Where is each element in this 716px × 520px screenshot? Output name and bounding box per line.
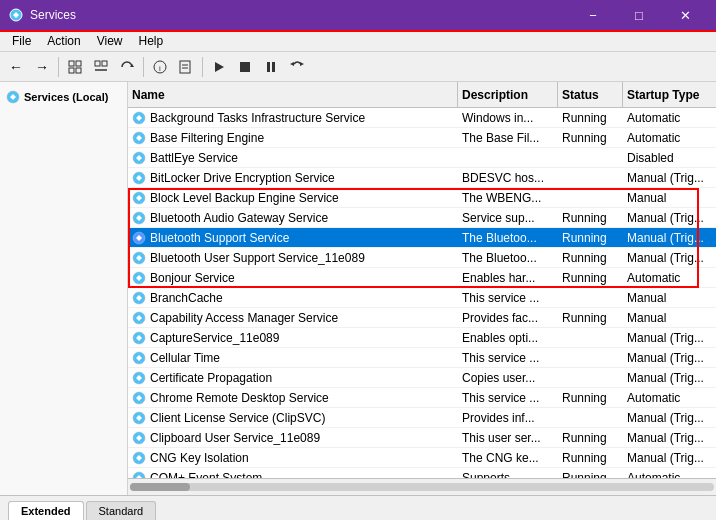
service-name-cell: Client License Service (ClipSVC) [128,408,458,427]
svg-marker-14 [215,62,224,72]
tab-extended[interactable]: Extended [8,501,84,520]
service-status-cell: Running [558,448,623,467]
table-row[interactable]: Client License Service (ClipSVC) Provide… [128,408,716,428]
restart-button[interactable] [285,55,309,79]
service-startup-cell: Manual (Trig... [623,368,716,387]
export-button[interactable] [174,55,198,79]
service-startup-cell: Manual (Trig... [623,208,716,227]
table-row[interactable]: CaptureService_11e089 Enables opti... Ma… [128,328,716,348]
back-button[interactable]: ← [4,55,28,79]
col-header-name[interactable]: Name [128,82,458,107]
service-startup-cell: Manual (Trig... [623,228,716,247]
service-name-cell: Base Filtering Engine [128,128,458,147]
service-desc-cell: This user ser... [458,428,558,447]
table-row[interactable]: Block Level Backup Engine Service The WB… [128,188,716,208]
horizontal-scrollbar[interactable] [128,478,716,495]
service-startup-cell: Automatic [623,388,716,407]
menu-action[interactable]: Action [39,32,88,50]
table-row[interactable]: Cellular Time This service ... Manual (T… [128,348,716,368]
menu-file[interactable]: File [4,32,39,50]
service-status-cell [558,168,623,187]
table-row[interactable]: Bluetooth User Support Service_11e089 Th… [128,248,716,268]
bottom-tabs: Extended Standard [0,495,716,520]
table-row[interactable]: Capability Access Manager Service Provid… [128,308,716,328]
service-status-cell [558,408,623,427]
h-scroll-track [130,483,714,491]
table-row[interactable]: Base Filtering Engine The Base Fil... Ru… [128,128,716,148]
menu-view[interactable]: View [89,32,131,50]
stop-button[interactable] [233,55,257,79]
service-startup-cell: Manual (Trig... [623,408,716,427]
show-hide-button[interactable] [63,55,87,79]
service-name: Capability Access Manager Service [150,311,338,325]
service-desc-cell: The WBENG... [458,188,558,207]
col-header-description[interactable]: Description [458,82,558,107]
toolbar-separator-3 [202,57,203,77]
window-controls: − □ ✕ [570,0,708,30]
service-startup-cell: Manual (Trig... [623,448,716,467]
table-row[interactable]: Bluetooth Audio Gateway Service Service … [128,208,716,228]
maximize-button[interactable]: □ [616,0,662,30]
service-icon [132,471,146,479]
service-status-cell [558,348,623,367]
title-bar: Services − □ ✕ [0,0,716,30]
menu-help[interactable]: Help [131,32,172,50]
service-name-cell: BranchCache [128,288,458,307]
service-startup-cell: Automatic [623,108,716,127]
svg-rect-5 [95,61,100,66]
service-name: Bonjour Service [150,271,235,285]
service-startup-cell: Manual [623,288,716,307]
table-row[interactable]: BranchCache This service ... Manual [128,288,716,308]
refresh-icon [120,60,134,74]
pause-icon [265,61,277,73]
service-name-cell: Background Tasks Infrastructure Service [128,108,458,127]
service-name-cell: COM+ Event System [128,468,458,478]
service-status-cell [558,188,623,207]
table-row[interactable]: Clipboard User Service_11e089 This user … [128,428,716,448]
service-desc-cell: The Bluetoo... [458,248,558,267]
service-icon [132,111,146,125]
table-row[interactable]: COM+ Event System Supports... Running Au… [128,468,716,478]
svg-rect-3 [69,68,74,73]
service-status-cell: Running [558,108,623,127]
service-startup-cell: Automatic [623,468,716,478]
service-status-cell: Running [558,208,623,227]
table-row[interactable]: Bluetooth Support Service The Bluetoo...… [128,228,716,248]
tab-standard[interactable]: Standard [86,501,157,520]
service-desc-cell: Enables har... [458,268,558,287]
service-startup-cell: Disabled [623,148,716,167]
service-icon [132,211,146,225]
svg-rect-6 [102,61,107,66]
table-row[interactable]: CNG Key Isolation The CNG ke... Running … [128,448,716,468]
minimize-button[interactable]: − [570,0,616,30]
service-desc-cell: Supports... [458,468,558,478]
table-row[interactable]: Bonjour Service Enables har... Running A… [128,268,716,288]
grid-icon [68,60,82,74]
forward-button[interactable]: → [30,55,54,79]
table-row[interactable]: Chrome Remote Desktop Service This servi… [128,388,716,408]
service-icon [132,131,146,145]
collapse-button[interactable] [89,55,113,79]
table-row[interactable]: Background Tasks Infrastructure Service … [128,108,716,128]
service-name: Clipboard User Service_11e089 [150,431,320,445]
service-name-cell: Certificate Propagation [128,368,458,387]
close-button[interactable]: ✕ [662,0,708,30]
table-body[interactable]: Background Tasks Infrastructure Service … [128,108,716,478]
service-icon [132,291,146,305]
start-button[interactable] [207,55,231,79]
service-icon [132,151,146,165]
col-header-startup[interactable]: Startup Type [623,82,716,107]
refresh-button[interactable] [115,55,139,79]
col-header-status[interactable]: Status [558,82,623,107]
pause-button[interactable] [259,55,283,79]
service-icon [132,451,146,465]
service-name: BitLocker Drive Encryption Service [150,171,335,185]
table-row[interactable]: BattlEye Service Disabled [128,148,716,168]
service-desc-cell: The Base Fil... [458,128,558,147]
service-startup-cell: Manual (Trig... [623,328,716,347]
properties-button[interactable]: i [148,55,172,79]
table-row[interactable]: Certificate Propagation Copies user... M… [128,368,716,388]
table-row[interactable]: BitLocker Drive Encryption Service BDESV… [128,168,716,188]
table-header: Name Description Status Startup Type ▲ [128,82,716,108]
window-title: Services [30,8,570,22]
